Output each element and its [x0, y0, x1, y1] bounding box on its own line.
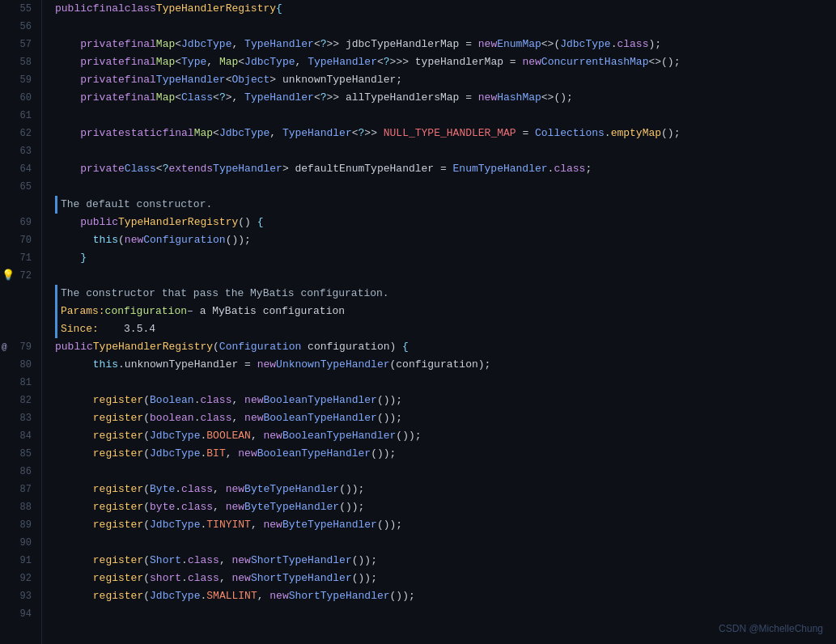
line-number: 92 [0, 570, 41, 587]
line-number: 86 [0, 463, 41, 481]
line-number: 60 [0, 89, 41, 107]
code-line: private final Map<Class<?>, TypeHandler<… [55, 89, 836, 107]
line-number: @79 [0, 338, 41, 356]
line-number: 82 [0, 392, 41, 409]
line-number: 83 [0, 409, 41, 427]
line-number: 89 [0, 516, 41, 534]
code-editor: 5556575859606162636465697071💡72@79808182… [0, 0, 836, 644]
line-numbers: 5556575859606162636465697071💡72@79808182… [0, 0, 42, 644]
line-number: 69 [0, 214, 41, 231]
code-line: private final TypeHandler<Object> unknow… [55, 71, 836, 89]
code-line: private final Map<Type, Map<JdbcType, Ty… [55, 53, 836, 71]
code-area: 5556575859606162636465697071💡72@79808182… [0, 0, 836, 644]
line-number: 61 [0, 107, 41, 125]
code-line: register(Short.class, new ShortTypeHandl… [55, 552, 836, 570]
doc-line: Since: 3.5.4 [55, 320, 836, 338]
code-line: register(JdbcType.SMALLINT, new ShortTyp… [55, 587, 836, 605]
line-number: 💡72 [0, 267, 41, 285]
code-line: } [55, 249, 836, 267]
doc-line: Params: configuration – a MyBatis config… [55, 303, 836, 320]
code-line [55, 374, 836, 392]
line-number: 84 [0, 427, 41, 445]
line-number: 65 [0, 178, 41, 196]
code-line: this.unknownTypeHandler = new UnknownTyp… [55, 356, 836, 374]
code-line: register(short.class, new ShortTypeHandl… [55, 570, 836, 587]
code-line: register(boolean.class, new BooleanTypeH… [55, 409, 836, 427]
line-number: 90 [0, 534, 41, 552]
code-line: private Class<? extends TypeHandler> def… [55, 160, 836, 178]
line-number [0, 320, 41, 338]
line-number: 93 [0, 587, 41, 605]
code-line [55, 267, 836, 285]
code-line [55, 534, 836, 552]
line-number: 87 [0, 481, 41, 498]
line-number: 70 [0, 231, 41, 249]
line-number: 94 [0, 605, 41, 623]
code-content[interactable]: public final class TypeHandlerRegistry {… [42, 0, 836, 644]
code-line: register(Boolean.class, new BooleanTypeH… [55, 392, 836, 409]
code-line: register(Byte.class, new ByteTypeHandler… [55, 481, 836, 498]
line-number: 64 [0, 160, 41, 178]
code-line: public final class TypeHandlerRegistry { [55, 0, 836, 18]
line-number: 80 [0, 356, 41, 374]
code-line [55, 463, 836, 481]
line-number: 59 [0, 71, 41, 89]
line-number: 58 [0, 53, 41, 71]
line-number [0, 285, 41, 303]
line-number: 91 [0, 552, 41, 570]
code-line [55, 605, 836, 623]
line-number [0, 303, 41, 320]
line-number: 81 [0, 374, 41, 392]
line-number: 63 [0, 142, 41, 160]
doc-line: The constructor that pass the MyBatis co… [55, 285, 836, 303]
code-line: public TypeHandlerRegistry() { [55, 214, 836, 231]
line-number: 88 [0, 498, 41, 516]
code-line [55, 107, 836, 125]
code-line: public TypeHandlerRegistry(Configuration… [55, 338, 836, 356]
line-number: 57 [0, 36, 41, 53]
code-line: register(JdbcType.TINYINT, new ByteTypeH… [55, 516, 836, 534]
line-number: 55 [0, 0, 41, 18]
line-number: 85 [0, 445, 41, 463]
code-line: private final Map<JdbcType, TypeHandler<… [55, 36, 836, 53]
line-number: 56 [0, 18, 41, 36]
code-line: this(new Configuration()); [55, 231, 836, 249]
code-line: register(byte.class, new ByteTypeHandler… [55, 498, 836, 516]
line-number: 62 [0, 125, 41, 142]
code-line [55, 142, 836, 160]
code-line [55, 178, 836, 196]
watermark: CSDN @MichelleChung [719, 623, 823, 634]
line-number: 71 [0, 249, 41, 267]
code-line: register(JdbcType.BIT, new BooleanTypeHa… [55, 445, 836, 463]
doc-line: The default constructor. [55, 196, 836, 214]
code-line [55, 18, 836, 36]
line-number [0, 196, 41, 214]
code-line: private static final Map<JdbcType, TypeH… [55, 125, 836, 142]
code-line: register(JdbcType.BOOLEAN, new BooleanTy… [55, 427, 836, 445]
